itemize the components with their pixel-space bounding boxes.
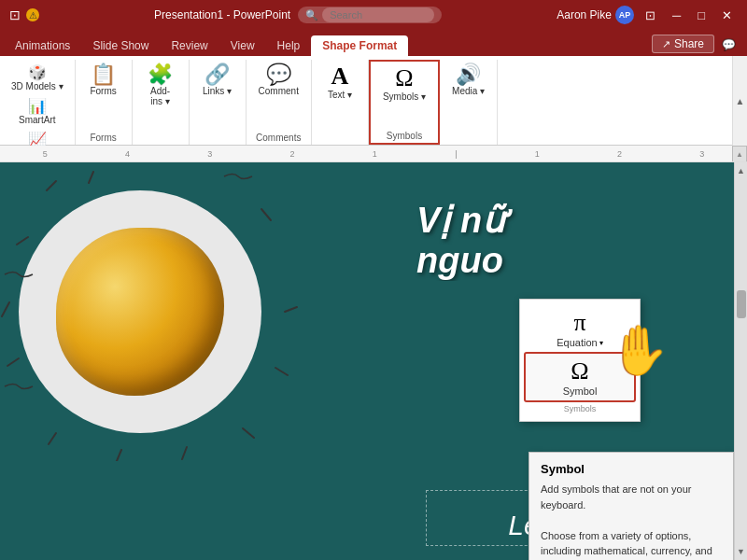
links-button[interactable]: 🔗 Links ▾ (197, 62, 238, 99)
crumpled-ball (56, 228, 224, 396)
search-input[interactable] (322, 7, 434, 22)
minimize-button[interactable]: ─ (667, 7, 686, 24)
dropdown-group-label: Symbols (524, 402, 636, 415)
tab-help[interactable]: Help (266, 35, 312, 56)
slide-text-vi: Vị nữ nguo (407, 200, 734, 281)
ribbon-group-links: 🔗 Links ▾ (190, 60, 247, 145)
3d-models-button[interactable]: 🎲 3D Models ▾ (7, 62, 67, 93)
scroll-thumb[interactable] (737, 290, 746, 318)
tab-view[interactable]: View (219, 35, 266, 56)
svg-line-2 (17, 237, 28, 245)
svg-line-5 (7, 358, 19, 366)
ribbon-group-forms: 📋 Forms Forms (76, 60, 133, 145)
ribbon-group-media: 🔊 Media ▾ (440, 60, 498, 145)
comments-button[interactable]: 💬 (714, 36, 743, 53)
main-area: Vị nữ nguo Lê Chân π Equation ▾ Ω (0, 162, 747, 560)
close-button[interactable]: ✕ (716, 7, 738, 24)
tooltip-description: Add symbols that are not on your keyboar… (541, 482, 722, 560)
ribbon-collapse-icon[interactable]: ▲ (736, 96, 745, 106)
store-ribbon-icon[interactable]: ⊡ (640, 7, 661, 24)
ruler: 5 4 3 2 1 | 1 2 3 ▲ (0, 146, 747, 162)
svg-line-3 (261, 209, 271, 220)
ribbon-body: 🎲 3D Models ▾ 📊 SmartArt 📈 Chart tions 📋… (0, 56, 747, 146)
ribbon-group-3d: 🎲 3D Models ▾ 📊 SmartArt 📈 Chart tions (0, 60, 76, 145)
group-label-comments: Comments (256, 133, 301, 145)
hand-cursor-icon: 🤚 (608, 326, 669, 374)
ribbon-group-comments: 💬 Comment Comments (247, 60, 312, 145)
share-button[interactable]: ↗ Share (652, 35, 714, 53)
svg-line-4 (2, 302, 9, 316)
svg-line-9 (243, 428, 254, 438)
svg-line-7 (117, 450, 121, 461)
avatar: AP (615, 6, 634, 24)
smartart-button[interactable]: 📊 SmartArt (7, 95, 67, 127)
text-button[interactable]: A Text ▾ (319, 62, 360, 103)
store-icon[interactable]: ⊡ (9, 7, 21, 22)
ribbon-tabs: Animations Slide Show Review View Help S… (0, 30, 747, 56)
comment-button[interactable]: 💬 Comment (254, 62, 303, 99)
slide-circle (19, 190, 261, 433)
tab-animations[interactable]: Animations (4, 35, 81, 56)
tab-shape-format[interactable]: Shape Format (311, 35, 408, 56)
scroll-up-arrow[interactable]: ▲ (735, 164, 747, 177)
svg-line-1 (89, 172, 93, 183)
maximize-button[interactable]: □ (692, 7, 711, 24)
app-title: Presentation1 - PowerPoint (154, 8, 290, 21)
ribbon-group-addins: 🧩 Add-ins ▾ (133, 60, 190, 145)
symbol-tooltip: Symbol Add symbols that are not on your … (529, 452, 734, 560)
addins-button[interactable]: 🧩 Add-ins ▾ (140, 62, 181, 109)
tab-review[interactable]: Review (160, 35, 218, 56)
svg-line-11 (285, 307, 297, 312)
svg-line-8 (182, 447, 187, 459)
symbols-button[interactable]: Ω Symbols ▾ (378, 63, 430, 105)
media-button[interactable]: 🔊 Media ▾ (447, 62, 489, 99)
svg-line-10 (275, 368, 288, 375)
tooltip-title: Symbol (541, 462, 722, 476)
user-name: Aaron Pike (557, 8, 612, 21)
svg-line-0 (47, 181, 56, 190)
slide-canvas[interactable]: Vị nữ nguo Lê Chân π Equation ▾ Ω (0, 162, 734, 560)
ruler-scroll[interactable]: ▲ (732, 146, 747, 162)
ribbon-group-symbols: Ω Symbols ▾ Symbols (369, 60, 440, 145)
vertical-scrollbar[interactable]: ▲ ▼ (734, 162, 747, 560)
forms-button[interactable]: 📋 Forms (83, 62, 124, 99)
tab-slideshow[interactable]: Slide Show (81, 35, 160, 56)
svg-line-6 (49, 433, 56, 444)
title-bar: ⊡ ⚠ Presentation1 - PowerPoint 🔍 Aaron P… (0, 0, 747, 30)
group-label-forms: Forms (90, 133, 116, 145)
ribbon-group-text: A Text ▾ (312, 60, 369, 145)
group-label-symbols: Symbols (387, 131, 422, 143)
scroll-down-arrow[interactable]: ▼ (735, 545, 747, 558)
